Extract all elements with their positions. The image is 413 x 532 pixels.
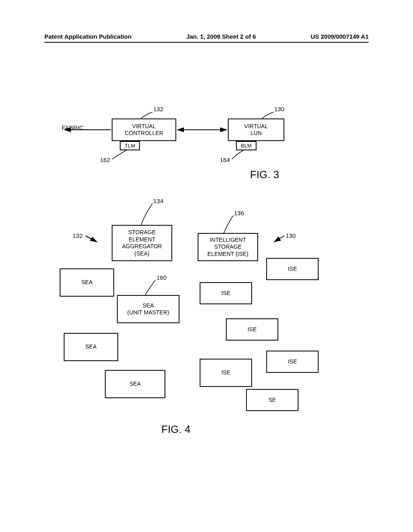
sea-box-3: SEA [105, 370, 165, 398]
tlm-text: TLM [125, 143, 135, 149]
svg-line-3 [86, 236, 97, 242]
ise-box-2: ISE [200, 282, 252, 304]
sea-master-box: SEA (UNIT MASTER) [117, 295, 179, 323]
virtual-controller-text: VIRTUAL CONTROLLER [125, 123, 163, 137]
sea-main-text: STORAGE ELEMENT AGGREGATOR (SEA) [122, 229, 162, 257]
ise-box-4: ISE [266, 351, 319, 373]
diagram-connectors [0, 0, 413, 532]
blm-box: BLM [236, 141, 257, 150]
sea-main-box: STORAGE ELEMENT AGGREGATOR (SEA) [112, 225, 172, 261]
virtual-lun-box: VIRTUAL LUN [228, 118, 284, 141]
sea-text-3: SEA [129, 380, 141, 388]
ise-text-1: ISE [288, 266, 297, 273]
se-text: SE [269, 397, 276, 404]
ref-130-fig3: 130 [274, 106, 284, 112]
ise-box-5: ISE [200, 359, 252, 387]
fig3-caption: FIG. 3 [250, 168, 279, 181]
tlm-box: TLM [120, 141, 140, 150]
sea-box-1: SEA [60, 268, 114, 297]
ise-main-text: INTELLIGENT STORAGE ELEMENT (ISE) [207, 237, 248, 258]
ise-text-2: ISE [221, 290, 231, 297]
fabric-label: FABRIC [62, 124, 83, 131]
ref-162: 162 [100, 156, 110, 163]
virtual-controller-box: VIRTUAL CONTROLLER [112, 118, 176, 141]
svg-line-4 [274, 236, 284, 242]
sea-text-1: SEA [81, 279, 92, 286]
diagram-area: FABRIC VIRTUAL CONTROLLER TLM VIRTUAL LU… [0, 0, 413, 532]
ref-132-fig3: 132 [153, 106, 163, 112]
blm-text: BLM [241, 143, 252, 149]
ref-134: 134 [153, 197, 163, 204]
virtual-lun-text: VIRTUAL LUN [244, 123, 268, 137]
ise-box-3: ISE [226, 318, 278, 341]
ref-130-fig4: 130 [286, 232, 296, 239]
ref-136: 136 [234, 210, 244, 216]
ise-text-3: ISE [248, 326, 257, 333]
ise-text-4: ISE [288, 358, 297, 366]
ise-text-5: ISE [221, 369, 231, 376]
ise-box-1: ISE [266, 258, 319, 280]
ref-164: 164 [220, 156, 230, 163]
ise-main-box: INTELLIGENT STORAGE ELEMENT (ISE) [198, 233, 258, 261]
sea-master-text: SEA (UNIT MASTER) [127, 302, 169, 316]
fig4-caption: FIG. 4 [161, 423, 190, 436]
ref-160: 160 [156, 274, 167, 281]
sea-box-2: SEA [64, 333, 118, 361]
ref-132-fig4: 132 [73, 232, 83, 239]
se-box: SE [246, 389, 298, 411]
sea-text-2: SEA [85, 343, 96, 351]
